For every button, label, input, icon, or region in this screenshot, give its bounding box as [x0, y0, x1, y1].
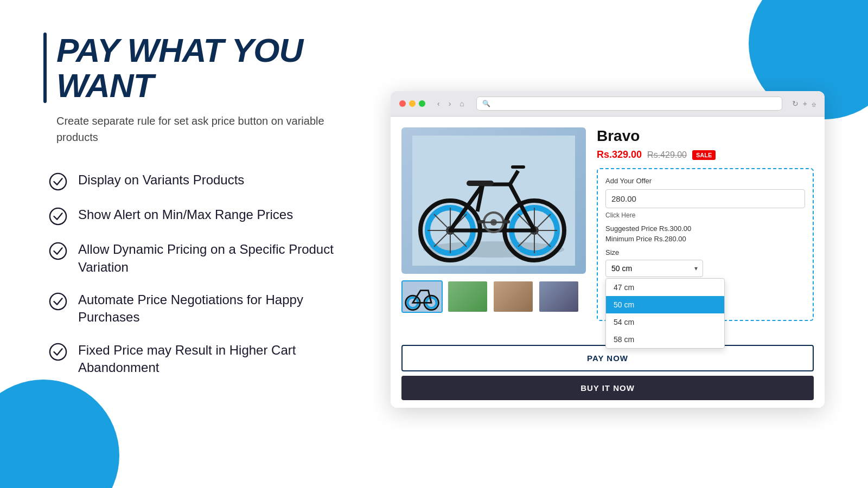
size-dropdown: 47 cm 50 cm 54 cm 58 cm: [605, 278, 725, 349]
home-icon[interactable]: ⌂: [457, 98, 466, 109]
svg-point-2: [50, 243, 66, 259]
feature-text-5: Fixed Price may Result in Higher Cart Ab…: [78, 342, 358, 377]
search-icon: 🔍: [482, 100, 490, 107]
product-images: [401, 127, 586, 329]
product-name: Bravo: [597, 127, 814, 145]
browser-address-bar[interactable]: 🔍: [476, 97, 782, 111]
browser-dots: [399, 100, 425, 107]
thumb-wheel-image: [539, 281, 578, 312]
thumb-ride-image: [494, 281, 533, 312]
thumbnail-4[interactable]: [538, 280, 579, 313]
thumbnail-1[interactable]: [401, 280, 443, 313]
forward-icon[interactable]: ›: [446, 98, 454, 109]
svg-rect-31: [477, 220, 485, 223]
check-circle-icon-3: [49, 242, 67, 260]
browser-actions: ↻ + ⎒: [792, 99, 816, 108]
feature-text-4: Automate Price Negotiations for Happy Pu…: [78, 291, 358, 326]
check-circle-icon-2: [49, 207, 67, 226]
new-tab-icon[interactable]: +: [803, 99, 807, 108]
left-panel: PAY WHAT YOU WANT Create separate rule f…: [43, 33, 358, 466]
maximize-dot[interactable]: [419, 100, 425, 107]
price-current: Rs.329.00: [597, 149, 642, 160]
browser-content: Bravo Rs.329.00 Rs.429.00 SALE Add Your …: [391, 117, 825, 339]
size-option-50[interactable]: 50 cm: [606, 296, 724, 313]
feature-item-1: Display on Variants Products: [49, 171, 358, 191]
suggested-price: Suggested Price Rs.300.00: [605, 224, 805, 233]
refresh-icon[interactable]: ↻: [792, 99, 799, 108]
minimize-dot[interactable]: [409, 100, 416, 107]
sale-badge: SALE: [692, 150, 716, 160]
thumb-park-image: [448, 281, 487, 312]
click-here-label[interactable]: Click Here: [605, 211, 805, 219]
size-label: Size: [605, 248, 805, 256]
size-select-wrapper: 50 cm ▾ 47 cm 50 cm 54 cm 58 cm: [605, 260, 703, 277]
svg-point-4: [50, 344, 66, 360]
page-title: PAY WHAT YOU WANT: [56, 33, 358, 103]
page-subtitle: Create separate rule for set ask price b…: [56, 113, 358, 145]
size-option-47[interactable]: 47 cm: [606, 279, 724, 296]
offer-input[interactable]: [605, 189, 805, 208]
right-panel: ‹ › ⌂ 🔍 ↻ + ⎒: [391, 33, 825, 466]
check-circle-icon-4: [49, 292, 67, 311]
main-product-image: [401, 127, 586, 274]
size-option-54[interactable]: 54 cm: [606, 313, 724, 331]
feature-text-2: Show Alert on Min/Max Range Prices: [78, 206, 293, 223]
size-selected-value: 50 cm: [611, 264, 632, 273]
svg-point-0: [50, 174, 66, 190]
buy-now-button[interactable]: BUY IT NOW: [401, 376, 814, 400]
offer-box: Add Your Offer Click Here Suggested Pric…: [597, 168, 814, 321]
feature-item-2: Show Alert on Min/Max Range Prices: [49, 206, 358, 226]
size-select[interactable]: 50 cm: [605, 260, 703, 277]
price-original: Rs.429.00: [647, 150, 687, 160]
svg-point-3: [50, 293, 66, 310]
minimum-price: Minimum Price Rs.280.00: [605, 235, 805, 243]
product-details: Bravo Rs.329.00 Rs.429.00 SALE Add Your …: [597, 127, 814, 329]
svg-rect-25: [467, 181, 494, 186]
heading-block: PAY WHAT YOU WANT: [43, 33, 358, 103]
svg-point-1: [50, 208, 66, 224]
thumbnail-row: [401, 280, 586, 313]
feature-text-3: Allow Dynamic Pricing on a Specific Prod…: [78, 241, 358, 276]
features-list: Display on Variants Products Show Alert …: [49, 171, 358, 376]
heading-bar: [43, 33, 47, 103]
check-circle-icon-5: [49, 343, 67, 361]
offer-label: Add Your Offer: [605, 177, 805, 185]
feature-text-1: Display on Variants Products: [78, 171, 244, 189]
svg-rect-32: [502, 220, 510, 223]
browser-toolbar: ‹ › ⌂ 🔍 ↻ + ⎒: [391, 91, 825, 117]
feature-item-3: Allow Dynamic Pricing on a Specific Prod…: [49, 241, 358, 276]
share-icon[interactable]: ⎒: [812, 99, 816, 108]
price-row: Rs.329.00 Rs.429.00 SALE: [597, 149, 814, 160]
browser-mockup: ‹ › ⌂ 🔍 ↻ + ⎒: [391, 91, 825, 408]
pay-now-button[interactable]: PAY NOW: [401, 345, 814, 371]
check-circle-icon-1: [49, 172, 67, 191]
thumb-bike-image: [403, 281, 442, 312]
back-icon[interactable]: ‹: [435, 98, 442, 109]
feature-item-5: Fixed Price may Result in Higher Cart Ab…: [49, 342, 358, 377]
thumbnail-3[interactable]: [493, 280, 534, 313]
browser-nav: ‹ › ⌂: [435, 98, 467, 109]
feature-item-4: Automate Price Negotiations for Happy Pu…: [49, 291, 358, 326]
thumbnail-2[interactable]: [447, 280, 488, 313]
action-buttons: PAY NOW BUY IT NOW: [391, 339, 825, 408]
size-option-58[interactable]: 58 cm: [606, 331, 724, 348]
close-dot[interactable]: [399, 100, 406, 107]
